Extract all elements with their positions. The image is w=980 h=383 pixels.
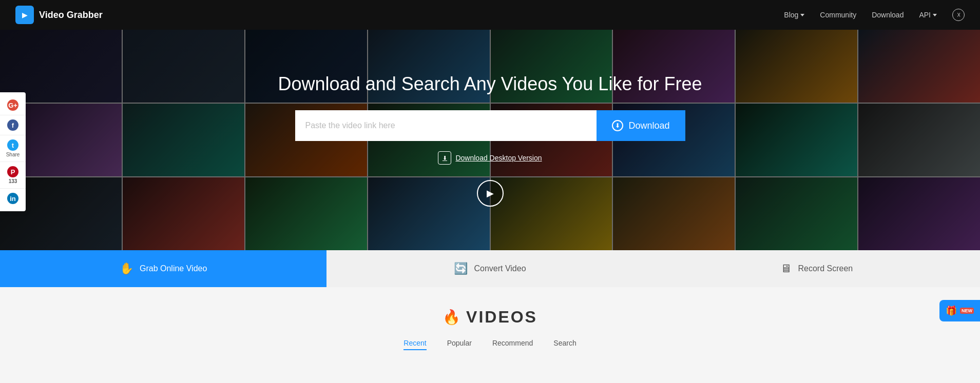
pinterest-icon: P — [7, 166, 18, 177]
logo-text-bold: Grabber — [67, 10, 103, 20]
hero-section: Download and Search Any Videos You Like … — [0, 30, 980, 250]
nav-api[interactable]: API — [919, 11, 937, 19]
facebook-icon: f — [7, 119, 18, 131]
videos-section: 🔥 VIDEOS Recent Popular Recommend Search — [0, 287, 980, 383]
tabs-bar: ✋ Grab Online Video 🔄 Convert Video 🖥 Re… — [0, 250, 980, 287]
social-btn-linkedin[interactable]: in — [0, 189, 26, 208]
social-btn-googleplus[interactable]: G+ — [0, 95, 26, 115]
chevron-down-icon — [800, 14, 804, 16]
gift-icon: 🎁 — [946, 305, 957, 316]
video-tab-recent[interactable]: Recent — [403, 339, 426, 350]
tab-grab-online-video[interactable]: ✋ Grab Online Video — [0, 250, 326, 287]
tab-convert-video[interactable]: 🔄 Convert Video — [326, 250, 653, 287]
video-url-input[interactable] — [295, 110, 597, 141]
twitter-share-label: Share — [6, 152, 20, 157]
logo-text: Video Grabber — [39, 10, 103, 21]
fire-icon: 🔥 — [443, 309, 462, 326]
new-label: NEW — [960, 308, 974, 314]
logo-icon — [15, 6, 34, 24]
twitter-icon: t — [7, 139, 18, 151]
download-icon: ⬇ — [612, 120, 623, 131]
nav-community[interactable]: Community — [820, 11, 856, 19]
video-tab-search[interactable]: Search — [553, 339, 576, 350]
social-btn-facebook[interactable]: f — [0, 115, 26, 135]
search-bar: ⬇ Download — [295, 110, 685, 141]
tab-record-screen[interactable]: 🖥 Record Screen — [654, 250, 980, 287]
navbar: Video Grabber Blog Community Download AP… — [0, 0, 980, 30]
hero-content: Download and Search Any Videos You Like … — [0, 73, 980, 207]
download-button[interactable]: ⬇ Download — [597, 110, 685, 141]
logo-text-normal: Video — [39, 10, 67, 20]
linkedin-icon: in — [7, 193, 18, 204]
record-icon: 🖥 — [780, 262, 792, 275]
social-sidebar: G+ f t Share P 133 in — [0, 92, 26, 211]
user-avatar-icon[interactable]: ☓ — [952, 9, 965, 21]
grab-icon: ✋ — [120, 262, 133, 275]
social-btn-twitter[interactable]: t Share — [0, 135, 26, 162]
desktop-download-icon: ⬇ — [438, 151, 451, 165]
hero-title: Download and Search Any Videos You Like … — [278, 73, 702, 95]
new-badge-button[interactable]: 🎁 NEW — [939, 300, 980, 321]
nav-blog[interactable]: Blog — [784, 11, 804, 19]
video-tab-popular[interactable]: Popular — [447, 339, 472, 350]
convert-icon: 🔄 — [454, 262, 468, 275]
play-button[interactable]: ▶ — [477, 180, 504, 207]
videos-tabs: Recent Popular Recommend Search — [0, 339, 980, 350]
logo-link[interactable]: Video Grabber — [15, 6, 784, 24]
googleplus-icon: G+ — [7, 99, 18, 111]
pinterest-count: 133 — [9, 178, 17, 184]
chevron-down-icon-api — [933, 14, 937, 16]
nav-download[interactable]: Download — [872, 11, 904, 19]
desktop-download-link[interactable]: ⬇ Download Desktop Version — [438, 151, 542, 165]
social-btn-pinterest[interactable]: P 133 — [0, 162, 26, 189]
video-tab-recommend[interactable]: Recommend — [492, 339, 533, 350]
navbar-links: Blog Community Download API ☓ — [784, 9, 965, 21]
videos-section-title: 🔥 VIDEOS — [0, 308, 980, 327]
